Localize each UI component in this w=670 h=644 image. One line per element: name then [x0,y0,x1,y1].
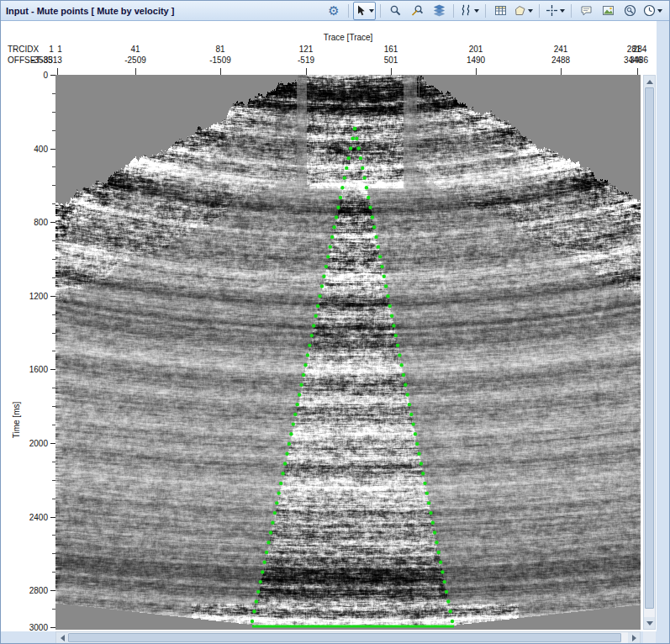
mute-point[interactable] [368,206,372,209]
mute-point[interactable] [320,284,324,288]
mute-point[interactable] [353,127,356,130]
mute-point[interactable] [314,314,317,317]
spreadsheet-button[interactable] [490,2,510,20]
mute-point[interactable] [380,265,383,268]
select-tool-button[interactable] [353,2,376,20]
mute-point[interactable] [356,146,360,150]
mute-point[interactable] [394,334,398,337]
mute-point[interactable] [339,196,342,199]
mute-point[interactable] [256,590,260,594]
scroll-up-button[interactable] [644,76,655,87]
mute-point[interactable] [441,570,444,573]
mute-point[interactable] [251,620,254,623]
polygon-tool-button[interactable] [512,2,535,20]
mute-point[interactable] [374,235,377,239]
mute-point[interactable] [285,452,288,456]
mute-point[interactable] [409,413,413,416]
mute-point[interactable] [390,314,393,317]
mute-point[interactable] [429,511,432,515]
horizontal-scrollbar[interactable] [55,631,641,644]
mute-point[interactable] [446,599,450,603]
mute-point[interactable] [361,166,364,170]
mute-point[interactable] [318,294,321,298]
vertical-scroll-thumb[interactable] [645,87,654,609]
mute-point[interactable] [367,196,370,199]
mute-point[interactable] [359,156,362,160]
zoom-circle-button[interactable] [620,2,640,20]
mute-point[interactable] [345,166,348,170]
mute-point[interactable] [299,383,303,387]
mute-point[interactable] [382,275,386,278]
mute-point[interactable] [433,531,436,534]
mute-point[interactable] [398,353,401,356]
scroll-left-button[interactable] [56,632,68,643]
mute-point[interactable] [266,541,270,544]
mute-point[interactable] [269,531,272,534]
mute-point[interactable] [346,156,350,160]
mute-point[interactable] [437,551,441,554]
mute-point[interactable] [281,472,284,475]
vertical-scrollbar[interactable] [643,75,656,630]
scroll-down-button[interactable] [644,617,655,629]
settings-button[interactable]: ⚙ [324,2,344,20]
mute-point[interactable] [279,482,282,485]
mute-overlay[interactable] [55,75,641,630]
mute-point[interactable] [362,176,366,179]
mute-point[interactable] [445,590,448,594]
mute-point[interactable] [355,137,358,140]
image-export-button[interactable] [598,2,618,20]
mute-point[interactable] [384,284,388,288]
clock-tool-button[interactable] [641,2,664,20]
mute-point[interactable] [289,432,293,435]
mute-point[interactable] [405,393,409,396]
mute-point[interactable] [273,511,277,515]
mute-point[interactable] [316,304,319,308]
mute-point[interactable] [402,373,405,377]
horizontal-scroll-thumb[interactable] [68,633,621,642]
mute-point[interactable] [275,501,278,504]
mute-point[interactable] [303,363,307,367]
mute-point[interactable] [326,255,330,258]
zoom-button[interactable] [385,2,405,20]
scroll-right-button[interactable] [628,632,640,643]
mute-point[interactable] [343,176,346,179]
comment-button[interactable] [576,2,596,20]
mute-point[interactable] [404,383,407,387]
mute-point[interactable] [378,255,382,258]
mute-point[interactable] [451,620,454,623]
mute-point[interactable] [388,304,392,308]
horizontal-scroll-track[interactable] [68,632,628,643]
mute-point[interactable] [302,373,305,377]
mute-point[interactable] [262,560,266,563]
mute-point[interactable] [423,482,426,485]
mute-point[interactable] [255,599,258,603]
mute-point[interactable] [351,137,354,140]
mute-point[interactable] [415,442,419,446]
mute-point[interactable] [308,344,311,347]
mute-point[interactable] [332,225,335,229]
mute-point[interactable] [414,432,417,435]
mute-point[interactable] [283,462,287,465]
mute-point[interactable] [335,215,338,219]
mute-point[interactable] [271,521,274,525]
mute-point[interactable] [392,324,395,327]
mute-point[interactable] [396,344,399,347]
mute-point[interactable] [330,235,334,239]
zoom-pick-button[interactable] [407,2,427,20]
mute-point[interactable] [425,491,429,494]
mute-point[interactable] [411,422,414,425]
wiggle-display-button[interactable] [458,2,481,20]
layers-button[interactable] [429,2,449,20]
mute-point[interactable] [349,146,352,150]
mute-point[interactable] [265,551,268,554]
mute-point[interactable] [443,580,446,583]
mute-point[interactable] [427,501,430,504]
mute-point[interactable] [419,462,423,465]
mute-point[interactable] [365,186,368,189]
mute-point[interactable] [306,353,309,356]
mute-point[interactable] [439,560,442,563]
mute-point[interactable] [322,275,325,278]
mute-point[interactable] [340,186,344,189]
mute-point[interactable] [292,422,295,425]
mute-point[interactable] [435,541,438,544]
